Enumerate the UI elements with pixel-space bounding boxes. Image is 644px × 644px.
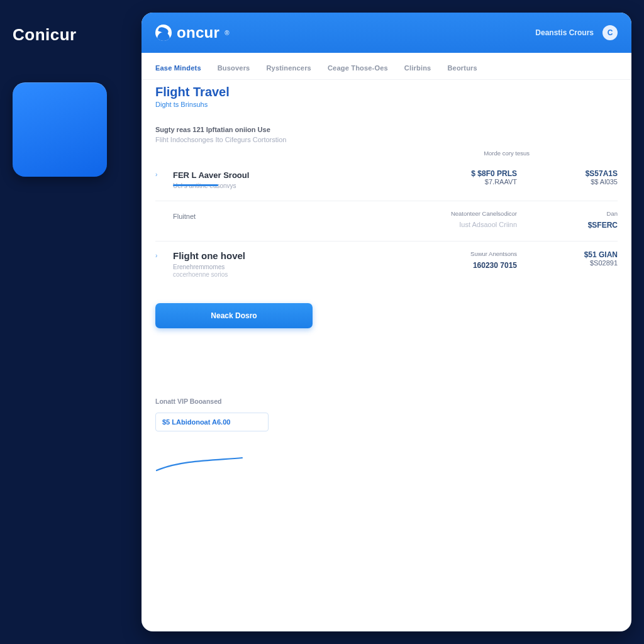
page-title: Flight Travel bbox=[155, 85, 618, 99]
item-title: Flight one hovel bbox=[173, 250, 245, 261]
content-area: Flight Travel Dight ts Brinsuhs Sugty re… bbox=[142, 80, 631, 631]
account-link[interactable]: Deanstis Crours bbox=[535, 28, 594, 37]
item-mid-value: Iust Adsaool Criinn bbox=[429, 221, 517, 228]
app-logo[interactable]: oncur ® bbox=[155, 24, 230, 42]
item-mid-value: $ $8F0 PRLS bbox=[429, 169, 517, 178]
item-right-value: $51 GIAN bbox=[530, 250, 618, 259]
avatar[interactable]: C bbox=[602, 25, 618, 40]
item-mid-value: 160230 7015 bbox=[429, 261, 517, 270]
app-logo-text: oncur bbox=[177, 24, 219, 42]
app-card: oncur ® Deanstis Crours C Ease Mindets B… bbox=[142, 13, 631, 631]
tab-busovers[interactable]: Busovers bbox=[218, 64, 250, 72]
col-mid-header: Morde cory tesus bbox=[441, 150, 530, 157]
tab-ceage[interactable]: Ceage Those-Oes bbox=[328, 64, 388, 72]
desc-line1: Sugty reas 121 Ipftatian oniion Use bbox=[155, 126, 618, 133]
item-mid-header: Suwur Anentsons bbox=[429, 250, 517, 257]
description-block: Sugty reas 121 Ipftatian oniion Use Flih… bbox=[155, 126, 618, 143]
tab-ease-mindets[interactable]: Ease Mindets bbox=[155, 64, 201, 72]
tabs-strip: Ease Mindets Busovers Rystinencers Ceage… bbox=[142, 53, 631, 80]
tab-beorturs[interactable]: Beorturs bbox=[447, 64, 477, 72]
item-right-value: $S57A1S bbox=[530, 169, 618, 178]
trademark: ® bbox=[225, 30, 230, 36]
globe-icon bbox=[155, 25, 172, 41]
item-mid-value2: $7.RAAVT bbox=[429, 178, 517, 186]
item-right-header: Dan bbox=[530, 210, 618, 217]
list-item[interactable]: Fluitnet Neatonteer Canelsodicor Iust Ad… bbox=[155, 201, 618, 242]
item-right-value: $SFERC bbox=[530, 221, 618, 230]
item-mid-header: Neatonteer Canelsodicor bbox=[429, 210, 517, 217]
chevron-right-icon: › bbox=[155, 171, 160, 178]
item-subtitle2: cocerhoenne sorios bbox=[173, 271, 416, 278]
item-title: FER L Aaver Srooul bbox=[173, 170, 249, 180]
sidebar-tile[interactable] bbox=[13, 82, 107, 177]
item-title: Fluitnet bbox=[173, 213, 196, 220]
swoosh-icon bbox=[155, 457, 243, 473]
page-title-row: Flight Travel Dight ts Brinsuhs bbox=[155, 82, 618, 117]
outer-sidebar: Conicur bbox=[0, 0, 142, 644]
amount-field[interactable]: $5 LAbidonoat A6.00 bbox=[155, 413, 269, 431]
desc-line2: Fliht Indochsonges Ito Cifegurs Cortorst… bbox=[155, 136, 618, 143]
app-header: oncur ® Deanstis Crours C bbox=[142, 13, 631, 53]
tab-clirbins[interactable]: Clirbins bbox=[404, 64, 431, 72]
outer-brand-text: Conicur bbox=[13, 25, 129, 45]
item-right-value2: $$ Al035 bbox=[530, 178, 618, 186]
item-right-value2: $S02891 bbox=[530, 259, 618, 267]
lower-block: Lonatt VIP Booansed $5 LAbidonoat A6.00 bbox=[155, 397, 319, 473]
list-item[interactable]: › Flight one hovel Erenehremmomes cocerh… bbox=[155, 242, 618, 289]
chevron-right-icon: › bbox=[155, 252, 160, 259]
breadcrumb[interactable]: Dight ts Brinsuhs bbox=[155, 101, 618, 108]
next-button[interactable]: Neack Dosro bbox=[155, 303, 313, 328]
lower-label: Lonatt VIP Booansed bbox=[155, 397, 319, 405]
item-subtitle: Erenehremmomes bbox=[173, 264, 416, 270]
list-item[interactable]: › FER L Aaver Srooul Uel s antitne eason… bbox=[155, 160, 618, 201]
avatar-initial: C bbox=[608, 28, 613, 37]
tab-rystinencers[interactable]: Rystinencers bbox=[266, 64, 311, 72]
